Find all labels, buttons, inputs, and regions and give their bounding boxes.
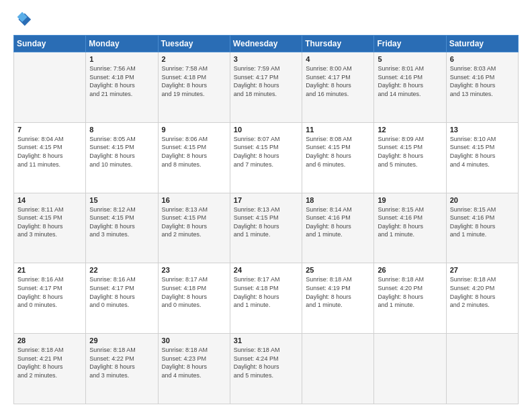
day-number: 17 [234,196,298,204]
day-info: Sunrise: 8:18 AMSunset: 4:23 PMDaylight:… [162,346,226,379]
table-row: 2Sunrise: 7:58 AMSunset: 4:18 PMDaylight… [158,52,230,123]
day-number: 12 [378,126,442,134]
day-info: Sunrise: 8:18 AMSunset: 4:21 PMDaylight:… [17,346,82,379]
day-number: 11 [306,126,370,134]
calendar-row: 21Sunrise: 8:16 AMSunset: 4:17 PMDayligh… [14,263,519,334]
col-friday: Friday [374,36,446,52]
day-info: Sunrise: 8:04 AMSunset: 4:15 PMDaylight:… [17,135,82,169]
day-info: Sunrise: 8:18 AMSunset: 4:20 PMDaylight:… [378,275,442,309]
table-row: 16Sunrise: 8:13 AMSunset: 4:15 PMDayligh… [158,193,230,263]
day-info: Sunrise: 8:12 AMSunset: 4:15 PMDaylight:… [89,205,154,239]
table-row: 9Sunrise: 8:06 AMSunset: 4:15 PMDaylight… [158,122,230,193]
table-row: 12Sunrise: 8:09 AMSunset: 4:15 PMDayligh… [374,122,446,193]
day-info: Sunrise: 8:06 AMSunset: 4:15 PMDaylight:… [162,135,226,169]
table-row: 25Sunrise: 8:18 AMSunset: 4:19 PMDayligh… [302,263,374,334]
table-row: 5Sunrise: 8:01 AMSunset: 4:16 PMDaylight… [374,52,446,123]
calendar-header-row: Sunday Monday Tuesday Wednesday Thursday… [14,36,519,52]
table-row: 14Sunrise: 8:11 AMSunset: 4:15 PMDayligh… [14,193,86,263]
table-row [374,334,446,404]
day-number: 29 [89,336,154,345]
col-monday: Monday [86,36,158,52]
day-number: 3 [234,55,298,63]
day-number: 25 [306,266,370,274]
day-number: 8 [89,126,154,134]
header [13,11,519,30]
col-wednesday: Wednesday [230,36,302,52]
day-number: 18 [306,196,370,204]
table-row: 11Sunrise: 8:08 AMSunset: 4:15 PMDayligh… [302,122,374,193]
day-number: 14 [17,196,82,204]
table-row [302,334,374,404]
table-row: 28Sunrise: 8:18 AMSunset: 4:21 PMDayligh… [14,334,86,404]
table-row: 19Sunrise: 8:15 AMSunset: 4:16 PMDayligh… [374,193,446,263]
table-row: 27Sunrise: 8:18 AMSunset: 4:20 PMDayligh… [446,263,518,334]
day-number: 4 [306,55,370,63]
day-number: 19 [378,196,442,204]
calendar-row: 1Sunrise: 7:56 AMSunset: 4:18 PMDaylight… [14,52,519,123]
table-row: 4Sunrise: 8:00 AMSunset: 4:17 PMDaylight… [302,52,374,123]
day-info: Sunrise: 8:05 AMSunset: 4:15 PMDaylight:… [89,135,154,169]
logo [13,11,35,30]
day-info: Sunrise: 8:00 AMSunset: 4:17 PMDaylight:… [306,64,370,98]
col-tuesday: Tuesday [158,36,230,52]
col-sunday: Sunday [14,36,86,52]
day-number: 6 [450,55,515,63]
logo-icon [13,11,32,30]
day-number: 9 [162,126,226,134]
day-info: Sunrise: 8:15 AMSunset: 4:16 PMDaylight:… [378,205,442,239]
calendar-row: 14Sunrise: 8:11 AMSunset: 4:15 PMDayligh… [14,193,519,263]
col-saturday: Saturday [446,36,518,52]
table-row: 13Sunrise: 8:10 AMSunset: 4:15 PMDayligh… [446,122,518,193]
day-number: 21 [17,266,82,274]
calendar-row: 7Sunrise: 8:04 AMSunset: 4:15 PMDaylight… [14,122,519,193]
day-info: Sunrise: 7:59 AMSunset: 4:17 PMDaylight:… [234,64,298,98]
day-info: Sunrise: 8:17 AMSunset: 4:18 PMDaylight:… [162,275,226,309]
day-number: 10 [234,126,298,134]
day-number: 30 [162,336,226,345]
day-info: Sunrise: 8:03 AMSunset: 4:16 PMDaylight:… [450,64,515,98]
day-info: Sunrise: 8:13 AMSunset: 4:15 PMDaylight:… [162,205,226,239]
table-row: 31Sunrise: 8:18 AMSunset: 4:24 PMDayligh… [230,334,302,404]
day-info: Sunrise: 8:16 AMSunset: 4:17 PMDaylight:… [89,275,154,309]
table-row: 26Sunrise: 8:18 AMSunset: 4:20 PMDayligh… [374,263,446,334]
day-number: 24 [234,266,298,274]
day-number: 13 [450,126,515,134]
day-number: 28 [17,336,82,345]
day-number: 27 [450,266,515,274]
table-row: 24Sunrise: 8:17 AMSunset: 4:18 PMDayligh… [230,263,302,334]
day-info: Sunrise: 8:09 AMSunset: 4:15 PMDaylight:… [378,135,442,169]
table-row: 18Sunrise: 8:14 AMSunset: 4:16 PMDayligh… [302,193,374,263]
page: Sunday Monday Tuesday Wednesday Thursday… [0,0,532,411]
day-info: Sunrise: 8:18 AMSunset: 4:24 PMDaylight:… [234,346,298,379]
table-row: 6Sunrise: 8:03 AMSunset: 4:16 PMDaylight… [446,52,518,123]
day-info: Sunrise: 8:18 AMSunset: 4:20 PMDaylight:… [450,275,515,309]
table-row: 7Sunrise: 8:04 AMSunset: 4:15 PMDaylight… [14,122,86,193]
day-info: Sunrise: 8:18 AMSunset: 4:19 PMDaylight:… [306,275,370,309]
day-number: 2 [162,55,226,63]
col-thursday: Thursday [302,36,374,52]
day-number: 7 [17,126,82,134]
day-number: 1 [89,55,154,63]
day-info: Sunrise: 8:17 AMSunset: 4:18 PMDaylight:… [234,275,298,309]
calendar-row: 28Sunrise: 8:18 AMSunset: 4:21 PMDayligh… [14,334,519,404]
day-number: 15 [89,196,154,204]
day-info: Sunrise: 8:13 AMSunset: 4:15 PMDaylight:… [234,205,298,239]
table-row: 29Sunrise: 8:18 AMSunset: 4:22 PMDayligh… [86,334,158,404]
day-info: Sunrise: 8:16 AMSunset: 4:17 PMDaylight:… [17,275,82,309]
table-row: 10Sunrise: 8:07 AMSunset: 4:15 PMDayligh… [230,122,302,193]
day-info: Sunrise: 8:14 AMSunset: 4:16 PMDaylight:… [306,205,370,239]
day-info: Sunrise: 8:18 AMSunset: 4:22 PMDaylight:… [89,346,154,379]
day-number: 16 [162,196,226,204]
table-row: 8Sunrise: 8:05 AMSunset: 4:15 PMDaylight… [86,122,158,193]
day-info: Sunrise: 8:11 AMSunset: 4:15 PMDaylight:… [17,205,82,239]
calendar-table: Sunday Monday Tuesday Wednesday Thursday… [13,35,519,404]
day-number: 5 [378,55,442,63]
day-number: 22 [89,266,154,274]
table-row: 30Sunrise: 8:18 AMSunset: 4:23 PMDayligh… [158,334,230,404]
day-info: Sunrise: 8:08 AMSunset: 4:15 PMDaylight:… [306,135,370,169]
day-number: 31 [234,336,298,345]
day-info: Sunrise: 7:56 AMSunset: 4:18 PMDaylight:… [89,64,154,98]
table-row: 23Sunrise: 8:17 AMSunset: 4:18 PMDayligh… [158,263,230,334]
day-number: 20 [450,196,515,204]
table-row [446,334,518,404]
